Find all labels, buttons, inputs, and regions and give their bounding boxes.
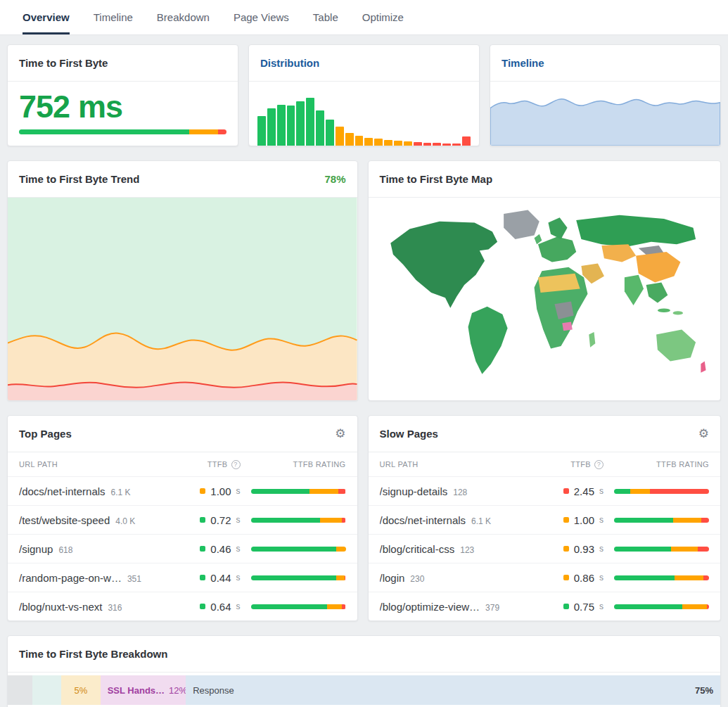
tab-timeline[interactable]: Timeline: [94, 0, 133, 34]
ttfb-value: 752 ms: [19, 89, 226, 125]
map-new-zealand: [701, 362, 705, 373]
gear-icon[interactable]: ⚙: [698, 428, 709, 440]
map-indonesia-2: [672, 311, 682, 314]
url-cell: /docs/net-internals 6.1 K: [19, 485, 156, 497]
map-south-america: [468, 307, 507, 374]
gear-icon[interactable]: ⚙: [335, 428, 345, 440]
trend-area-chart: [8, 198, 357, 400]
col-ttfb-label: TTFB: [207, 460, 228, 469]
ttfb-value: 0.75: [574, 601, 594, 613]
rating-cell: [241, 547, 346, 552]
map-scandinavia: [548, 217, 567, 239]
table-row[interactable]: /test/website-speed 4.0 K 0.72 s: [8, 505, 357, 534]
tab-overview[interactable]: Overview: [23, 0, 70, 34]
top-pages-column-headers: URL PATH TTFB ? TTFB RATING: [8, 452, 357, 476]
help-icon[interactable]: ?: [231, 460, 241, 469]
map-uk: [534, 234, 542, 244]
table-row[interactable]: /blog/nuxt-vs-next 316 0.64 s: [8, 592, 357, 620]
ttfb-rating-bar: [614, 575, 709, 580]
table-row[interactable]: /blog/optimize-view… 379 0.75 s: [369, 592, 720, 620]
timeline-mini-chart: [490, 82, 720, 146]
distribution-histogram: [249, 82, 479, 146]
distribution-card-title[interactable]: Distribution: [260, 57, 319, 69]
col-ttfb-label: TTFB: [570, 460, 591, 469]
breakdown-segment[interactable]: 5%: [61, 675, 101, 705]
ttfb-number: 752: [19, 89, 70, 125]
breakdown-segment[interactable]: [32, 675, 61, 705]
rating-cell: [604, 575, 709, 580]
world-map[interactable]: [379, 203, 710, 395]
ttfb-cell: 0.93 s: [519, 543, 604, 555]
timeline-card: Timeline: [490, 44, 721, 146]
ttfb-dot: [563, 575, 569, 580]
distribution-card-header: Distribution: [249, 45, 479, 82]
ttfb-card-title: Time to First Byte: [19, 57, 108, 69]
breakdown-bar[interactable]: 5%SSL Hands…12%Response75%: [8, 675, 720, 705]
ttfb-dot: [563, 488, 569, 494]
url-cell: /signup 618: [19, 543, 156, 555]
breakdown-title: Time to First Byte Breakdown: [19, 648, 167, 660]
tab-breakdown[interactable]: Breakdown: [157, 0, 210, 34]
trend-chart: [8, 198, 357, 400]
ttfb-dot: [563, 604, 569, 609]
col-ttfb: TTFB ?: [519, 460, 604, 469]
col-ttfb: TTFB ?: [156, 460, 241, 469]
tab-table[interactable]: Table: [313, 0, 338, 34]
trend-card-header: Time to First Byte Trend 78%: [8, 161, 357, 198]
breakdown-segment[interactable]: [8, 675, 32, 705]
url-path: /blog/critical-css: [380, 543, 455, 555]
table-row[interactable]: /docs/net-internals 6.1 K 1.00 s: [369, 505, 720, 534]
ttfb-unit: ms: [78, 89, 122, 125]
rating-cell: [604, 489, 709, 494]
tab-page-views[interactable]: Page Views: [234, 0, 289, 34]
ttfb-cell: 0.86 s: [519, 572, 604, 584]
distribution-card: Distribution: [248, 44, 480, 146]
rating-cell: [241, 575, 346, 580]
url-path: /blog/nuxt-vs-next: [19, 601, 102, 613]
timeline-card-header: Timeline: [490, 45, 720, 82]
table-row[interactable]: /signup 618 0.46 s: [8, 534, 357, 563]
ttfb-value: 1.00: [210, 485, 231, 497]
page-count: 6.1 K: [111, 488, 131, 497]
main-content: Time to First Byte 752 ms Distribution: [0, 35, 728, 707]
page-count: 351: [127, 574, 141, 584]
dashboard: Overview Timeline Breakdown Page Views T…: [0, 0, 728, 707]
breakdown-segment[interactable]: Response75%: [186, 675, 720, 705]
map-china: [636, 252, 680, 282]
map-card-header: Time to First Byte Map: [369, 161, 720, 198]
trend-map-row: Time to First Byte Trend 78% Time to Fir…: [7, 160, 721, 401]
help-icon[interactable]: ?: [594, 460, 604, 469]
ttfb-value: 0.72: [210, 514, 231, 526]
breakdown-segment[interactable]: SSL Hands…12%: [101, 675, 186, 705]
timeline-card-title[interactable]: Timeline: [502, 57, 544, 69]
ttfb-rating-bar: [614, 604, 709, 609]
table-row[interactable]: /docs/net-internals 6.1 K 1.00 s: [8, 476, 357, 505]
table-row[interactable]: /blog/critical-css 123 0.93 s: [369, 534, 720, 563]
col-url-path: URL PATH: [380, 460, 519, 469]
url-path: /login: [380, 572, 405, 584]
slow-pages-column-headers: URL PATH TTFB ? TTFB RATING: [369, 452, 720, 476]
table-row[interactable]: /random-page-on-w… 351 0.44 s: [8, 563, 357, 592]
ttfb-value: 2.45: [574, 485, 594, 497]
map-central-asia: [601, 244, 636, 262]
top-pages-header: Top Pages ⚙: [8, 416, 357, 452]
table-row[interactable]: /signup-details 128 2.45 s: [369, 476, 720, 505]
url-cell: /random-page-on-w… 351: [19, 572, 156, 584]
ttfb-cell: 1.00 s: [156, 485, 241, 497]
ttfb-cell: 2.45 s: [519, 485, 604, 497]
url-path: /signup: [19, 543, 53, 555]
tab-optimize[interactable]: Optimize: [362, 0, 404, 34]
map-russia: [576, 215, 696, 247]
page-count: 128: [453, 488, 467, 497]
map-europe: [538, 236, 576, 262]
ttfb-value: 1.00: [574, 514, 594, 526]
table-row[interactable]: /login 230 0.86 s: [369, 563, 720, 592]
ttfb-rating-bar: [251, 575, 346, 580]
ttfb-rating-bar: [251, 604, 346, 609]
page-count: 123: [460, 545, 474, 555]
summary-row: Time to First Byte 752 ms Distribution: [7, 44, 721, 146]
ttfb-dot: [563, 517, 569, 523]
ttfb-rating-bar: [251, 489, 346, 494]
map-indonesia: [658, 309, 670, 312]
breakdown-card: Time to First Byte Breakdown 5%SSL Hands…: [7, 635, 721, 707]
